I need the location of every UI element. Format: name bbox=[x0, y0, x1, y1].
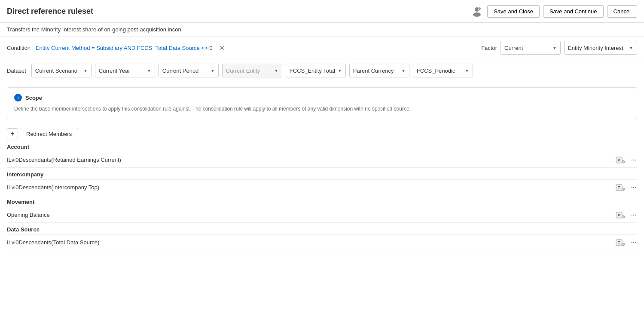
svg-text:↓: ↓ bbox=[623, 243, 624, 246]
data-section: Account ILvl0Descendants(Retained Earnin… bbox=[0, 140, 644, 250]
dataset-year-dropdown[interactable]: Current Year ▼ bbox=[95, 64, 155, 77]
factor-dropdown-minority[interactable]: Entity Minority Interest ▼ bbox=[564, 41, 637, 55]
top-bar-actions: + Save and Close Save and Continue Cance… bbox=[470, 4, 637, 18]
chevron-member: ▼ bbox=[338, 68, 342, 73]
chevron-period: ▼ bbox=[211, 68, 215, 73]
save-continue-button[interactable]: Save and Continue bbox=[543, 5, 604, 18]
svg-text:↓: ↓ bbox=[623, 161, 624, 163]
condition-row: Condition Entity Current Method = Subsid… bbox=[0, 37, 644, 59]
table-row: ILvl0Descendants(Retained Earnings Curre… bbox=[7, 152, 637, 168]
svg-rect-6 bbox=[618, 159, 620, 160]
condition-label: Condition bbox=[7, 45, 31, 51]
factor-section: Factor Current ▼ Entity Minority Interes… bbox=[481, 41, 637, 55]
svg-point-1 bbox=[473, 12, 481, 17]
chevron-down-icon-2: ▼ bbox=[629, 46, 633, 50]
svg-rect-22 bbox=[618, 243, 620, 243]
svg-rect-12 bbox=[618, 188, 620, 188]
dataset-scenario-value: Current Scenario bbox=[35, 68, 81, 74]
row-text-datasource-1: ILvl0Descendants(Total Data Source) bbox=[7, 239, 616, 246]
dataset-label: Dataset bbox=[7, 68, 26, 74]
svg-text:+: + bbox=[479, 8, 480, 10]
scope-title: Scope bbox=[25, 95, 42, 101]
scope-box: i Scope Define the base member intersect… bbox=[7, 87, 637, 119]
dataset-currency-dropdown[interactable]: Parent Currency ▼ bbox=[349, 64, 409, 77]
section-header-datasource: Data Source bbox=[7, 223, 637, 235]
close-icon[interactable]: ✕ bbox=[219, 44, 225, 52]
factor-minority-value: Entity Minority Interest bbox=[568, 45, 626, 51]
dataset-scenario-dropdown[interactable]: Current Scenario ▼ bbox=[31, 64, 92, 77]
subtitle: Transfers the Minority Interest share of… bbox=[0, 23, 644, 37]
page-title: Direct reference ruleset bbox=[7, 7, 470, 16]
factor-label: Factor bbox=[481, 45, 497, 51]
svg-rect-17 bbox=[618, 215, 620, 216]
row-actions: ↓ ··· bbox=[616, 184, 637, 191]
svg-rect-7 bbox=[618, 160, 620, 161]
chevron-down-icon: ▼ bbox=[552, 46, 557, 50]
table-row: Opening Balance ↓ ··· bbox=[7, 207, 637, 223]
svg-rect-16 bbox=[618, 214, 620, 215]
row-actions: ↓ ··· bbox=[616, 156, 637, 164]
dataset-view-value: FCCS_Periodic bbox=[417, 68, 462, 74]
section-header-intercompany: Intercompany bbox=[7, 168, 637, 180]
table-row: ILvl0Descendants(Total Data Source) ↓ ··… bbox=[7, 235, 637, 250]
factor-current-value: Current bbox=[504, 45, 550, 51]
scope-header: i Scope bbox=[14, 94, 630, 102]
section-header-movement: Movement bbox=[7, 195, 637, 207]
row-actions: ↓ ··· bbox=[616, 211, 637, 219]
dataset-view-dropdown[interactable]: FCCS_Periodic ▼ bbox=[413, 64, 473, 77]
table-row: ILvl0Descendants(Intercompany Top) ↓ ··· bbox=[7, 180, 637, 195]
edit-icon[interactable]: ↓ bbox=[616, 239, 625, 246]
dataset-member-value: FCCS_Entity Total bbox=[290, 68, 335, 74]
dataset-row: Dataset Current Scenario ▼ Current Year … bbox=[0, 59, 644, 82]
save-close-button[interactable]: Save and Close bbox=[487, 5, 540, 18]
svg-rect-21 bbox=[618, 241, 620, 242]
section-header-account: Account bbox=[7, 140, 637, 152]
more-options-icon[interactable]: ··· bbox=[630, 184, 637, 191]
more-options-icon[interactable]: ··· bbox=[630, 156, 637, 164]
row-text-movement-1: Opening Balance bbox=[7, 212, 616, 218]
more-options-icon[interactable]: ··· bbox=[630, 211, 637, 219]
dataset-year-value: Current Year bbox=[99, 68, 144, 74]
chevron-scenario: ▼ bbox=[83, 68, 88, 73]
dataset-entity-dropdown[interactable]: Current Entity ▼ bbox=[222, 64, 282, 77]
dataset-period-value: Current Period bbox=[162, 68, 208, 74]
info-icon: i bbox=[14, 94, 22, 102]
chevron-year: ▼ bbox=[147, 68, 151, 73]
svg-rect-11 bbox=[618, 186, 620, 187]
edit-icon[interactable]: ↓ bbox=[616, 156, 625, 164]
scope-description: Define the base member intersections to … bbox=[14, 105, 630, 113]
chevron-entity: ▼ bbox=[274, 68, 278, 73]
dataset-period-dropdown[interactable]: Current Period ▼ bbox=[159, 64, 219, 77]
chevron-view: ▼ bbox=[465, 68, 469, 73]
user-icon: + bbox=[470, 4, 484, 18]
edit-icon[interactable]: ↓ bbox=[616, 211, 625, 219]
tabs-row: + Redirect Members bbox=[0, 124, 644, 140]
dataset-currency-value: Parent Currency bbox=[353, 68, 399, 74]
row-text-intercompany-1: ILvl0Descendants(Intercompany Top) bbox=[7, 184, 616, 191]
tab-redirect-members[interactable]: Redirect Members bbox=[20, 128, 78, 140]
svg-text:↓: ↓ bbox=[623, 216, 624, 219]
more-options-icon[interactable]: ··· bbox=[630, 239, 637, 246]
dataset-member-dropdown[interactable]: FCCS_Entity Total ▼ bbox=[286, 64, 346, 77]
condition-link[interactable]: Entity Current Method = Subsidiary AND F… bbox=[36, 45, 213, 51]
svg-text:↓: ↓ bbox=[623, 188, 624, 191]
cancel-button[interactable]: Cancel bbox=[607, 5, 637, 18]
top-bar: Direct reference ruleset + Save and Clos… bbox=[0, 0, 644, 23]
row-text-account-1: ILvl0Descendants(Retained Earnings Curre… bbox=[7, 157, 616, 163]
factor-dropdown-current[interactable]: Current ▼ bbox=[501, 41, 561, 55]
add-tab-button[interactable]: + bbox=[7, 128, 18, 139]
chevron-currency: ▼ bbox=[401, 68, 406, 73]
row-actions: ↓ ··· bbox=[616, 239, 637, 246]
dataset-entity-value: Current Entity bbox=[226, 68, 272, 74]
edit-icon[interactable]: ↓ bbox=[616, 184, 625, 191]
